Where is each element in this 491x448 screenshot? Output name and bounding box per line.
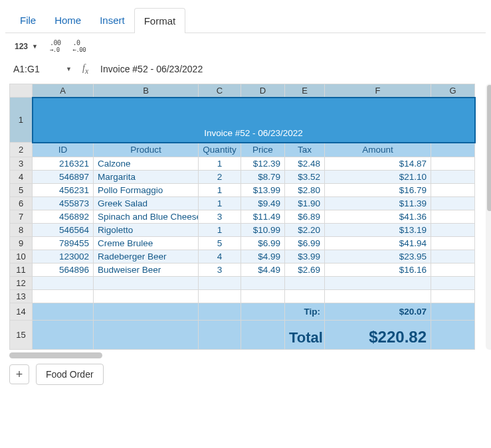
col-header-g[interactable]: G	[431, 84, 475, 98]
cell-price[interactable]: $11.49	[241, 210, 285, 224]
cell[interactable]	[325, 290, 431, 303]
cell-product[interactable]: Greek Salad	[94, 197, 199, 210]
cell[interactable]	[431, 197, 475, 210]
row-header-1[interactable]: 1	[10, 98, 33, 143]
cell-qty[interactable]: 1	[199, 184, 241, 197]
cell-price[interactable]: $4.49	[241, 263, 285, 277]
cell-qty[interactable]: 3	[199, 210, 241, 224]
cell-product[interactable]: Pollo Formaggio	[94, 184, 199, 197]
col-header-f[interactable]: F	[325, 84, 431, 98]
row-header-5[interactable]: 5	[10, 184, 33, 197]
cell-amount[interactable]: $21.10	[325, 171, 431, 184]
cell[interactable]	[94, 321, 199, 350]
row-header-9[interactable]: 9	[10, 237, 33, 250]
cell-qty[interactable]: 3	[199, 263, 241, 277]
header-tax[interactable]: Tax	[285, 143, 325, 157]
cell-price[interactable]: $9.49	[241, 197, 285, 210]
cell[interactable]	[431, 210, 475, 224]
cell-id[interactable]: 546564	[33, 224, 94, 237]
cell-qty[interactable]: 5	[199, 237, 241, 250]
cell[interactable]	[199, 290, 241, 303]
cell-qty[interactable]: 1	[199, 157, 241, 171]
row-header-15[interactable]: 15	[10, 321, 33, 350]
header-id[interactable]: ID	[33, 143, 94, 157]
cell-qty[interactable]: 4	[199, 250, 241, 263]
cell-id[interactable]: 564896	[33, 263, 94, 277]
cell-amount[interactable]: $13.19	[325, 224, 431, 237]
cell-qty[interactable]: 1	[199, 197, 241, 210]
cell-price[interactable]: $8.79	[241, 171, 285, 184]
cell-id[interactable]: 546897	[33, 171, 94, 184]
cell[interactable]	[431, 171, 475, 184]
cell-amount[interactable]: $11.39	[325, 197, 431, 210]
cell-amount[interactable]: $16.79	[325, 184, 431, 197]
row-header-14[interactable]: 14	[10, 303, 33, 321]
cell[interactable]	[199, 277, 241, 290]
cell[interactable]	[431, 237, 475, 250]
row-header-11[interactable]: 11	[10, 263, 33, 277]
cell-qty[interactable]: 1	[199, 224, 241, 237]
increase-decimal-button[interactable]: .00→.0	[50, 40, 61, 53]
header-amount[interactable]: Amount	[325, 143, 431, 157]
row-header-7[interactable]: 7	[10, 210, 33, 224]
cell[interactable]	[241, 290, 285, 303]
scrollbar-thumb[interactable]	[487, 85, 491, 211]
cell[interactable]	[285, 277, 325, 290]
row-header-13[interactable]: 13	[10, 290, 33, 303]
header-product[interactable]: Product	[94, 143, 199, 157]
cell-tax[interactable]: $6.89	[285, 210, 325, 224]
cell-price[interactable]: $4.99	[241, 250, 285, 263]
cell[interactable]	[431, 263, 475, 277]
cell-id[interactable]: 789455	[33, 237, 94, 250]
cell[interactable]	[431, 303, 475, 321]
row-header-4[interactable]: 4	[10, 171, 33, 184]
cell-product[interactable]: Margarita	[94, 171, 199, 184]
cell-id[interactable]: 123002	[33, 250, 94, 263]
header-qty[interactable]: Quantity	[199, 143, 241, 157]
col-header-b[interactable]: B	[94, 84, 199, 98]
fx-icon[interactable]: fx	[82, 63, 88, 76]
sheet-tab-food-order[interactable]: Food Order	[36, 364, 104, 385]
cell[interactable]	[431, 321, 475, 350]
total-value[interactable]: $220.82	[325, 321, 431, 350]
row-header-10[interactable]: 10	[10, 250, 33, 263]
menu-insert[interactable]: Insert	[90, 8, 134, 33]
cell-price[interactable]: $12.39	[241, 157, 285, 171]
cell-amount[interactable]: $14.87	[325, 157, 431, 171]
menu-home[interactable]: Home	[45, 8, 90, 33]
add-sheet-button[interactable]: +	[9, 364, 29, 384]
cell[interactable]	[241, 277, 285, 290]
number-format-selector[interactable]: 123 ▼	[15, 42, 38, 51]
cell-amount[interactable]: $41.36	[325, 210, 431, 224]
col-header-e[interactable]: E	[285, 84, 325, 98]
cell-price[interactable]: $6.99	[241, 237, 285, 250]
cell[interactable]	[33, 321, 94, 350]
col-header-d[interactable]: D	[241, 84, 285, 98]
cell[interactable]	[33, 303, 94, 321]
cell[interactable]	[94, 290, 199, 303]
tip-value[interactable]: $20.07	[325, 303, 431, 321]
cell[interactable]	[431, 290, 475, 303]
col-header-c[interactable]: C	[199, 84, 241, 98]
cell[interactable]	[431, 250, 475, 263]
row-header-2[interactable]: 2	[10, 143, 33, 157]
tip-label[interactable]: Tip:	[285, 303, 325, 321]
cell-tax[interactable]: $2.80	[285, 184, 325, 197]
cell-price[interactable]: $13.99	[241, 184, 285, 197]
cell-amount[interactable]: $23.95	[325, 250, 431, 263]
cell[interactable]	[431, 184, 475, 197]
cell-tax[interactable]: $2.69	[285, 263, 325, 277]
total-label[interactable]: Total Amount:	[285, 321, 325, 350]
cell-amount[interactable]: $41.94	[325, 237, 431, 250]
menu-format[interactable]: Format	[134, 8, 186, 33]
menu-file[interactable]: File	[11, 8, 45, 33]
cell-tax[interactable]: $3.52	[285, 171, 325, 184]
cell[interactable]	[285, 290, 325, 303]
cell[interactable]	[431, 143, 475, 157]
cell[interactable]	[199, 303, 241, 321]
cell[interactable]	[94, 303, 199, 321]
row-header-6[interactable]: 6	[10, 197, 33, 210]
cell-tax[interactable]: $6.99	[285, 237, 325, 250]
cell[interactable]	[325, 277, 431, 290]
cell[interactable]	[199, 321, 241, 350]
